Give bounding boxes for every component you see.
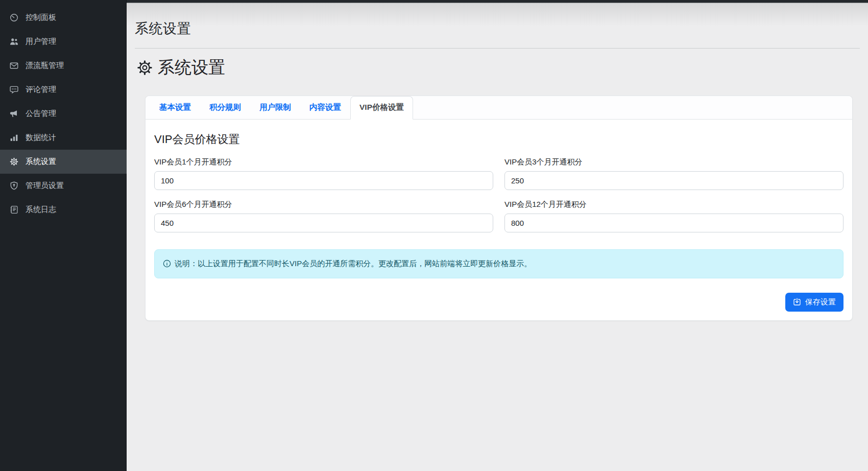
header-divider [135,48,860,49]
save-settings-button[interactable]: 保存设置 [785,293,843,312]
vip-1-month-points-input[interactable] [154,171,493,190]
sidebar-item-dashboard[interactable]: 控制面板 [0,6,127,30]
megaphone-icon [9,109,18,119]
sidebar: 控制面板 用户管理 漂流瓶管理 评论管理 [0,0,127,471]
sidebar-item-system-settings[interactable]: 系统设置 [0,150,127,174]
gear-icon [9,157,18,167]
settings-heading: 系统设置 [137,57,860,79]
tab-vip-price-settings[interactable]: VIP价格设置 [350,96,413,120]
sidebar-item-label: 用户管理 [26,37,56,46]
users-icon [9,37,18,46]
journal-icon [9,205,18,215]
envelope-icon [9,61,18,70]
save-button-label: 保存设置 [805,297,836,307]
comment-icon [9,85,18,95]
bar-chart-icon [9,133,18,143]
shield-icon [9,181,18,191]
vip-3-month-label: VIP会员3个月开通积分 [504,157,843,167]
sidebar-item-statistics[interactable]: 数据统计 [0,126,127,150]
info-note: 说明：以上设置用于配置不同时长VIP会员的开通所需积分。更改配置后，网站前端将立… [154,249,843,278]
vip-1-month-label: VIP会员1个月开通积分 [154,157,493,167]
vip-6-month-points-input[interactable] [154,214,493,232]
vip-12-month-points-input[interactable] [504,214,843,232]
speedometer-icon [9,13,18,22]
sidebar-item-label: 管理员设置 [26,181,64,191]
sidebar-item-users[interactable]: 用户管理 [0,30,127,54]
sidebar-item-label: 公告管理 [26,109,56,119]
vip-3-month-points-input[interactable] [504,171,843,190]
field-vip-12-month: VIP会员12个月开通积分 [504,200,843,232]
field-vip-6-month: VIP会员6个月开通积分 [154,200,493,232]
sidebar-item-admin-settings[interactable]: 管理员设置 [0,174,127,198]
info-note-text: 说明：以上设置用于配置不同时长VIP会员的开通所需积分。更改配置后，网站前端将立… [175,259,532,269]
sidebar-item-label: 数据统计 [26,133,56,143]
sidebar-item-comments[interactable]: 评论管理 [0,78,127,102]
vip-6-month-label: VIP会员6个月开通积分 [154,200,493,209]
field-vip-3-month: VIP会员3个月开通积分 [504,157,843,190]
tab-points-rules[interactable]: 积分规则 [200,96,250,120]
tab-content-settings[interactable]: 内容设置 [300,96,350,120]
settings-tabbar: 基本设置 积分规则 用户限制 内容设置 VIP价格设置 [146,96,852,120]
save-icon [793,298,801,306]
sidebar-item-bottles[interactable]: 漂流瓶管理 [0,54,127,78]
sidebar-item-label: 系统日志 [26,205,56,215]
info-circle-icon [163,260,171,268]
gear-icon [137,60,153,76]
sidebar-item-label: 系统设置 [26,157,56,167]
tab-basic-settings[interactable]: 基本设置 [150,96,200,120]
tab-user-limits[interactable]: 用户限制 [250,96,300,120]
sidebar-item-label: 漂流瓶管理 [26,61,64,70]
page-title: 系统设置 [135,19,860,38]
sidebar-item-system-logs[interactable]: 系统日志 [0,198,127,222]
settings-card: 基本设置 积分规则 用户限制 内容设置 VIP价格设置 VIP会员价格设置 VI… [145,96,853,321]
sidebar-item-announcements[interactable]: 公告管理 [0,102,127,126]
sidebar-item-label: 评论管理 [26,85,56,95]
field-vip-1-month: VIP会员1个月开通积分 [154,157,493,190]
card-actions: 保存设置 [154,293,843,312]
settings-heading-text: 系统设置 [158,57,225,79]
section-title: VIP会员价格设置 [154,132,843,147]
vip-price-panel: VIP会员价格设置 VIP会员1个月开通积分 VIP会员3个月开通积分 VIP会… [146,120,852,320]
vip-price-form: VIP会员1个月开通积分 VIP会员3个月开通积分 VIP会员6个月开通积分 V… [154,157,843,232]
vip-12-month-label: VIP会员12个月开通积分 [504,200,843,209]
main-area: 系统设置 系统设置 基本设置 积分规则 用户限制 内容设置 VIP价格 [127,0,868,471]
sidebar-item-label: 控制面板 [26,13,56,22]
